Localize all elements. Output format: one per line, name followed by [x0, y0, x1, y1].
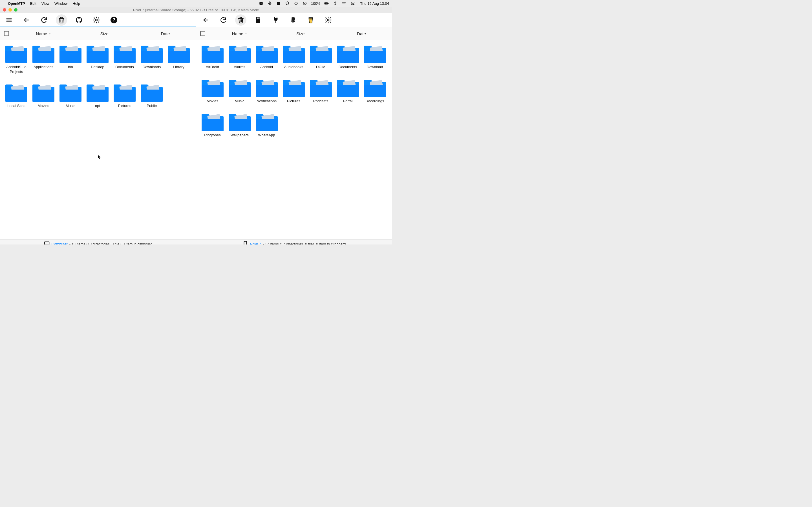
folder-item[interactable]: Portal: [335, 78, 361, 104]
window-traffic-lights[interactable]: [3, 8, 17, 11]
folder-item[interactable]: DCIM: [307, 44, 335, 69]
menu-help[interactable]: Help: [72, 1, 80, 6]
folder-item[interactable]: Pictures: [111, 83, 138, 108]
folder-item[interactable]: Ringtones: [199, 112, 226, 138]
status-battery-icon[interactable]: [324, 1, 329, 6]
paypal-button[interactable]: [288, 14, 299, 25]
status-shield-icon[interactable]: [285, 1, 290, 6]
folder-item[interactable]: Notifications: [253, 78, 280, 104]
col-size-left[interactable]: Size: [74, 31, 135, 36]
select-all-checkbox-right[interactable]: [200, 31, 205, 36]
folder-item[interactable]: Music: [226, 78, 253, 104]
right-status-device[interactable]: Pixel 7: [250, 242, 261, 244]
svg-text:?: ?: [112, 17, 115, 22]
settings-button[interactable]: [91, 14, 102, 25]
help-button[interactable]: ?: [108, 14, 119, 25]
folder-item[interactable]: Public: [138, 83, 165, 108]
folder-item[interactable]: bin: [57, 44, 84, 74]
folder-label: Library: [173, 65, 185, 69]
folder-icon: [141, 44, 163, 63]
col-date-left[interactable]: Date: [135, 31, 196, 36]
status-control-center-icon[interactable]: [350, 1, 355, 6]
folder-item[interactable]: Android: [253, 44, 280, 69]
folder-item[interactable]: Music: [57, 83, 84, 108]
svg-point-15: [96, 19, 98, 21]
plug-button[interactable]: [270, 14, 282, 25]
right-file-grid[interactable]: AirDroid Alarms Android Audiobooks: [196, 40, 392, 239]
status-mic-icon[interactable]: [267, 1, 272, 6]
status-bar: Computer - 13 items (13 directories, 0 f…: [0, 239, 392, 244]
folder-item[interactable]: AirDroid: [199, 44, 226, 69]
col-date-right[interactable]: Date: [331, 31, 392, 36]
folder-label: Music: [66, 104, 75, 108]
folder-item[interactable]: Podcasts: [307, 78, 335, 104]
back-button-right[interactable]: [200, 14, 211, 25]
folder-icon: [337, 44, 359, 63]
folder-item[interactable]: Download: [361, 44, 389, 69]
folder-icon: [256, 44, 278, 63]
folder-item[interactable]: Local Sites: [3, 83, 30, 108]
folder-item[interactable]: Audiobooks: [280, 44, 307, 69]
folder-item[interactable]: Alarms: [226, 44, 253, 69]
left-column-header: Name↑ Size Date: [0, 27, 196, 40]
folder-item[interactable]: Documents: [111, 44, 138, 74]
folder-icon: [229, 78, 251, 97]
status-wifi-icon[interactable]: [342, 1, 347, 6]
folder-item[interactable]: Movies: [199, 78, 226, 104]
status-skype-icon[interactable]: S: [259, 1, 264, 6]
status-app-b-icon[interactable]: B: [276, 1, 281, 6]
select-all-checkbox-left[interactable]: [4, 31, 9, 36]
sd-card-button[interactable]: [253, 14, 264, 25]
menu-button[interactable]: [3, 14, 15, 25]
folder-item[interactable]: WhatsApp: [253, 112, 280, 138]
folder-item[interactable]: Desktop: [84, 44, 111, 74]
status-bluetooth-icon[interactable]: [333, 1, 338, 6]
folder-icon: [87, 44, 109, 63]
folder-item[interactable]: opt: [84, 83, 111, 108]
col-name-right[interactable]: Name↑: [209, 31, 270, 36]
folder-icon: [202, 44, 223, 63]
folder-icon: [202, 112, 223, 131]
folder-label: Alarms: [234, 65, 245, 69]
folder-item[interactable]: Recordings: [361, 78, 389, 104]
folder-item[interactable]: Applications: [30, 44, 57, 74]
fullscreen-window-button[interactable]: [14, 8, 17, 11]
menu-edit[interactable]: Edit: [30, 1, 36, 6]
col-size-right[interactable]: Size: [270, 31, 331, 36]
status-play-icon[interactable]: [302, 1, 307, 6]
svg-point-22: [327, 19, 329, 21]
buy-coffee-button[interactable]: [305, 14, 316, 25]
github-button[interactable]: [73, 14, 85, 25]
menu-window[interactable]: Window: [54, 1, 67, 6]
folder-item[interactable]: Documents: [335, 44, 361, 69]
left-status-device[interactable]: Computer: [52, 242, 68, 244]
col-name-left[interactable]: Name↑: [13, 31, 74, 36]
folder-item[interactable]: Movies: [30, 83, 57, 108]
folder-item[interactable]: Downloads: [138, 44, 165, 74]
status-datetime[interactable]: Thu 15 Aug 13:04: [360, 1, 389, 6]
menubar-app-name[interactable]: OpenMTP: [8, 1, 25, 6]
settings-button-right[interactable]: [322, 14, 334, 25]
left-file-grid[interactable]: AndroidS...o Projects Applications bin D…: [0, 40, 196, 239]
delete-button-right[interactable]: [235, 14, 246, 25]
menu-view[interactable]: View: [42, 1, 49, 6]
folder-icon: [283, 44, 305, 63]
folder-item[interactable]: Pictures: [280, 78, 307, 104]
refresh-button[interactable]: [38, 14, 50, 25]
delete-button[interactable]: [56, 14, 67, 25]
folder-item[interactable]: Wallpapers: [226, 112, 253, 138]
window-titlebar: Pixel 7 (Internal Shared Storage) - 65.0…: [0, 7, 392, 13]
minimize-window-button[interactable]: [8, 8, 12, 11]
status-battery-pct: 100%: [311, 1, 320, 6]
back-button[interactable]: [21, 14, 32, 25]
svg-rect-12: [351, 4, 354, 4]
status-circle-icon[interactable]: [294, 1, 299, 6]
folder-label: Podcasts: [313, 99, 328, 104]
folder-item[interactable]: AndroidS...o Projects: [3, 44, 30, 74]
folder-item[interactable]: Library: [165, 44, 192, 74]
folder-label: Notifications: [257, 99, 276, 104]
refresh-button-right[interactable]: [218, 14, 229, 25]
folder-icon: [59, 44, 82, 63]
close-window-button[interactable]: [3, 8, 6, 11]
folder-icon: [114, 44, 136, 63]
